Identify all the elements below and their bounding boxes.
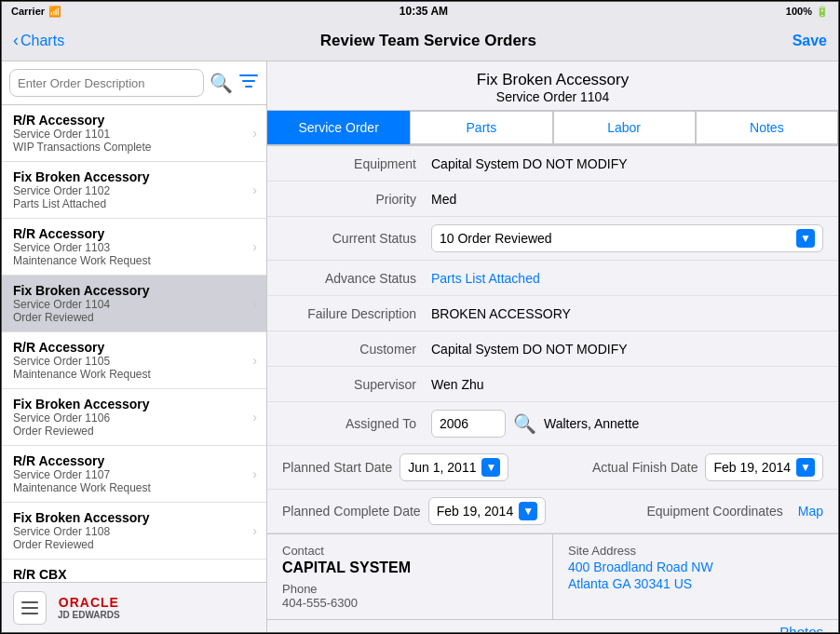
search-icon[interactable]: 🔍 [210, 72, 233, 94]
planned-complete-date-arrow[interactable]: ▼ [519, 502, 537, 520]
back-label[interactable]: Charts [20, 33, 64, 49]
svg-rect-2 [245, 86, 252, 88]
list-item-content: R/R CBX Service Order 1109 Maintenance W… [13, 567, 252, 582]
status-bar: Carrier 📶 10:35 AM 100% 🔋 [2, 2, 838, 20]
page-title: Review Team Service Orders [320, 32, 536, 50]
priority-label: Priority [282, 192, 431, 207]
list-chevron-icon: › [252, 126, 257, 141]
site-label: Site Address [568, 544, 823, 558]
current-status-label: Current Status [282, 231, 431, 246]
list-item[interactable]: R/R CBX Service Order 1109 Maintenance W… [2, 560, 266, 582]
battery-icon: 🔋 [816, 6, 829, 18]
list-item-content: Fix Broken Accessory Service Order 1108 … [13, 510, 252, 551]
save-button[interactable]: Save [793, 33, 827, 49]
list-item-title: Fix Broken Accessory [13, 397, 252, 411]
list-item[interactable]: R/R Accessory Service Order 1103 Mainten… [2, 219, 266, 276]
form-header: Fix Broken Accessory Service Order 1104 [267, 61, 838, 111]
list-item[interactable]: Fix Broken Accessory Service Order 1106 … [2, 389, 266, 446]
priority-row: Priority Med [267, 182, 838, 217]
planned-start-date-arrow[interactable]: ▼ [481, 458, 500, 477]
actual-finish-date-picker[interactable]: Feb 19, 2014 ▼ [705, 453, 823, 481]
actual-finish-date-label: Actual Finish Date [592, 460, 698, 475]
advance-status-label: Advance Status [282, 271, 431, 286]
current-status-select[interactable]: 10 Order Reviewed ▼ [431, 224, 823, 252]
search-input[interactable] [9, 69, 204, 97]
site-address-line1[interactable]: 400 Broadland Road NW [568, 560, 823, 574]
list-item[interactable]: Fix Broken Accessory Service Order 1102 … [2, 162, 266, 219]
contact-label: Contact [282, 544, 537, 558]
planned-start-date-value: Jun 1, 2011 [408, 460, 476, 475]
equipment-coordinates-group: Equipment Coordinates Map [553, 504, 824, 519]
chevron-left-icon: ‹ [13, 31, 19, 50]
list-item-sub2: Maintenance Work Request [13, 368, 252, 381]
tab-labor[interactable]: Labor [553, 111, 696, 144]
list-item-title: R/R CBX [13, 567, 252, 582]
equipment-row: Equipment Capital System DO NOT MODIFY [267, 146, 838, 182]
list-item-title: Fix Broken Accessory [13, 283, 252, 298]
list-item-content: R/R Accessory Service Order 1101 WIP Tra… [13, 113, 252, 154]
planned-start-date-picker[interactable]: Jun 1, 2011 ▼ [400, 453, 508, 481]
oracle-footer: ORACLE JD EDWARDS [2, 582, 266, 632]
back-button[interactable]: ‹ Charts [13, 31, 64, 50]
carrier-label: Carrier [11, 6, 45, 17]
form-body: Equipment Capital System DO NOT MODIFY P… [267, 146, 838, 632]
actual-finish-date-value: Feb 19, 2014 [713, 460, 791, 475]
list-item[interactable]: R/R Accessory Service Order 1105 Mainten… [2, 332, 266, 389]
list-item[interactable]: R/R Accessory Service Order 1101 WIP Tra… [2, 105, 266, 162]
jde-text: JD EDWARDS [58, 610, 120, 620]
list-item[interactable]: Fix Broken Accessory Service Order 1108 … [2, 503, 266, 560]
assigned-to-search-icon[interactable]: 🔍 [513, 412, 536, 435]
list-chevron-icon: › [252, 466, 257, 481]
menu-line-3 [21, 613, 38, 614]
list-item-sub1: Service Order 1106 [13, 411, 252, 425]
equipment-coordinates-map-link[interactable]: Map [798, 504, 823, 519]
menu-button[interactable] [13, 591, 47, 625]
list-item-content: R/R Accessory Service Order 1107 Mainten… [13, 453, 252, 494]
failure-desc-value: BROKEN ACCESSORY [431, 306, 823, 321]
list-chevron-icon: › [252, 523, 257, 538]
list-item-sub2: Maintenance Work Request [13, 481, 252, 494]
list-item-content: R/R Accessory Service Order 1103 Mainten… [13, 226, 252, 267]
menu-line-1 [21, 601, 38, 603]
failure-desc-row: Failure Description BROKEN ACCESSORY [267, 296, 838, 331]
tab-parts[interactable]: Parts [410, 111, 552, 144]
current-status-select-text: 10 Order Reviewed [440, 231, 793, 246]
list-item-sub2: Order Reviewed [13, 425, 252, 438]
wifi-icon: 📶 [48, 6, 61, 18]
photos-link[interactable]: Photos [779, 624, 823, 632]
list-item-sub1: Service Order 1108 [13, 525, 252, 538]
customer-value: Capital System DO NOT MODIFY [431, 342, 823, 357]
advance-status-value[interactable]: Parts List Attached [431, 271, 823, 286]
equipment-coordinates-label: Equipment Coordinates [646, 504, 782, 519]
list-item-sub1: Service Order 1102 [13, 184, 252, 197]
planned-complete-date-picker[interactable]: Feb 19, 2014 ▼ [428, 497, 547, 525]
list-item[interactable]: Fix Broken Accessory Service Order 1104 … [2, 276, 266, 332]
complete-coords-date-row: Planned Complete Date Feb 19, 2014 ▼ Equ… [267, 490, 838, 533]
supervisor-label: Supervisor [282, 377, 431, 392]
status-right: 100% 🔋 [786, 6, 829, 18]
phone-value: 404-555-6300 [282, 596, 537, 610]
site-address-line2[interactable]: Atlanta GA 30341 US [568, 576, 823, 591]
contact-section: Contact CAPITAL SYSTEM Phone 404-555-630… [267, 534, 553, 619]
list-item-sub1: Service Order 1105 [13, 355, 252, 368]
supervisor-row: Supervisor Wen Zhu [267, 367, 838, 402]
contact-site-section: Contact CAPITAL SYSTEM Phone 404-555-630… [267, 533, 838, 619]
current-status-dropdown-arrow[interactable]: ▼ [796, 229, 815, 248]
filter-icon[interactable] [238, 72, 259, 95]
list-chevron-icon: › [252, 239, 257, 254]
tab-service-order-label: Service Order [298, 120, 378, 135]
right-panel: Fix Broken Accessory Service Order 1104 … [267, 61, 838, 632]
tab-parts-label: Parts [467, 120, 497, 135]
list-item[interactable]: R/R Accessory Service Order 1107 Mainten… [2, 446, 266, 503]
advance-status-row: Advance Status Parts List Attached [267, 261, 838, 296]
tab-notes[interactable]: Notes [696, 111, 838, 144]
current-status-value: 10 Order Reviewed ▼ [431, 224, 823, 252]
list-item-sub1: Service Order 1103 [13, 241, 252, 254]
list-item-title: R/R Accessory [13, 226, 252, 241]
list-item-sub1: Service Order 1101 [13, 128, 252, 141]
actual-finish-date-arrow[interactable]: ▼ [796, 458, 815, 477]
assigned-to-input[interactable] [431, 410, 506, 438]
order-list: R/R Accessory Service Order 1101 WIP Tra… [2, 105, 266, 582]
list-item-sub2: Maintenance Work Request [13, 254, 252, 267]
tab-service-order[interactable]: Service Order [267, 111, 410, 144]
